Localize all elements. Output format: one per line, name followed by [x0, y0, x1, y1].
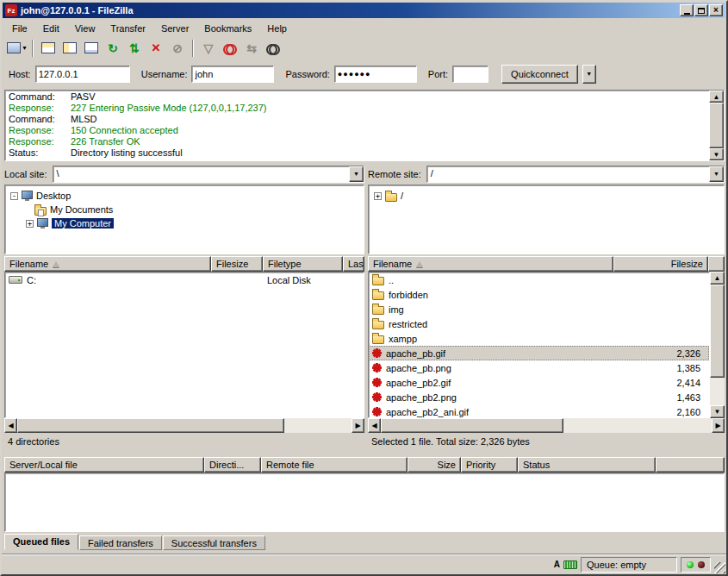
remote-file-row[interactable]: restricted: [369, 316, 709, 331]
remote-status-text: Selected 1 file. Total size: 2,326 bytes: [371, 436, 530, 447]
scroll-down-icon[interactable]: ▼: [710, 405, 725, 418]
column-header-direction[interactable]: Directi...: [204, 457, 261, 473]
password-label: Password:: [285, 69, 329, 79]
scrollbar-thumb[interactable]: [709, 103, 724, 148]
my-documents-folder-icon: [34, 207, 47, 216]
menu-item-help[interactable]: Help: [259, 21, 295, 36]
scroll-left-icon[interactable]: ◀: [368, 418, 381, 433]
combo-dropdown-icon[interactable]: ▼: [349, 166, 364, 182]
local-site-combo[interactable]: \ ▼: [53, 166, 364, 183]
filter-button[interactable]: ▽: [198, 39, 219, 58]
menu-item-edit[interactable]: Edit: [35, 21, 67, 36]
remote-file-row[interactable]: ..: [369, 272, 709, 287]
column-header-status[interactable]: Status: [518, 457, 656, 473]
tree-item-root[interactable]: + /: [369, 189, 724, 203]
remote-list-scrollbar[interactable]: ▲ ▼: [710, 272, 725, 418]
tree-item-desktop[interactable]: - Desktop: [5, 189, 364, 203]
remote-file-row[interactable]: apache_pb2.png 1,463: [369, 390, 709, 404]
username-label: Username:: [141, 69, 188, 79]
remote-site-combo[interactable]: / ▼: [426, 166, 725, 183]
tab-failed-transfers[interactable]: Failed transfers: [79, 535, 162, 550]
queue-status-text: Queue: empty: [587, 560, 646, 570]
menu-item-transfer[interactable]: Transfer: [103, 21, 153, 36]
remote-file-row[interactable]: img: [369, 302, 709, 316]
remote-file-row-selected[interactable]: apache_pb.gif 2,326: [369, 346, 709, 360]
minimize-icon: [684, 13, 690, 15]
port-input[interactable]: [452, 66, 488, 83]
maximize-button[interactable]: [694, 4, 708, 16]
remote-list-hscrollbar[interactable]: ◀ ▶: [368, 418, 725, 433]
disconnect-button[interactable]: ⊘: [167, 39, 188, 58]
local-file-row[interactable]: C: Local Disk: [5, 272, 364, 287]
menu-item-server[interactable]: Server: [153, 21, 196, 36]
column-header-size[interactable]: Size: [408, 457, 461, 473]
resize-grip[interactable]: [714, 562, 725, 573]
scroll-up-icon[interactable]: ▲: [710, 272, 725, 285]
directory-comparison-button[interactable]: [220, 39, 240, 58]
column-header-last-modified[interactable]: Last modified: [343, 256, 364, 272]
expand-icon[interactable]: +: [26, 220, 34, 228]
column-header-remote-file[interactable]: Remote file: [261, 457, 408, 473]
file-size: 1,463: [614, 392, 706, 403]
local-list-hscrollbar[interactable]: ◀ ▶: [4, 418, 364, 433]
remote-file-row[interactable]: apache_pb2_ani.gif 2,160: [369, 404, 709, 418]
refresh-button[interactable]: ↻: [103, 39, 123, 58]
tree-item-my-computer[interactable]: + My Computer: [5, 216, 364, 230]
cancel-button[interactable]: ✕: [146, 39, 166, 58]
scrollbar-thumb[interactable]: [381, 418, 563, 433]
close-button[interactable]: ×: [709, 4, 723, 16]
toggle-log-button[interactable]: [38, 39, 59, 58]
column-header-filename[interactable]: Filename: [4, 256, 211, 272]
quickconnect-button[interactable]: Quickconnect: [501, 65, 578, 84]
queue-list[interactable]: [4, 473, 725, 532]
scroll-right-icon[interactable]: ▶: [712, 418, 725, 433]
scroll-left-icon[interactable]: ◀: [4, 418, 17, 433]
column-header-filesize[interactable]: Filesize: [613, 256, 708, 272]
remote-file-row[interactable]: xampp: [369, 331, 709, 346]
filezilla-window: Fz john@127.0.0.1 - FileZilla × File Edi…: [0, 0, 728, 576]
minimize-button[interactable]: [680, 4, 694, 16]
tree-item-my-documents[interactable]: My Documents: [5, 203, 364, 216]
menu-item-view[interactable]: View: [67, 21, 103, 36]
scrollbar-thumb[interactable]: [710, 285, 725, 378]
file-name: apache_pb2_ani.gif: [386, 407, 469, 417]
maximize-icon: [698, 8, 705, 14]
username-input[interactable]: [191, 66, 274, 83]
menu-item-bookmarks[interactable]: Bookmarks: [196, 21, 259, 36]
password-input[interactable]: [334, 66, 417, 83]
remote-file-row[interactable]: apache_pb2.gif 2,414: [369, 375, 709, 390]
scroll-down-icon[interactable]: ▼: [709, 148, 724, 160]
file-size: 2,414: [614, 378, 706, 388]
remote-file-row[interactable]: apache_pb.png 1,385: [369, 360, 709, 375]
quickconnect-dropdown-button[interactable]: ▼: [582, 65, 596, 84]
scroll-right-icon[interactable]: ▶: [352, 418, 364, 433]
toggle-local-tree-button[interactable]: [59, 39, 80, 58]
column-header-filename[interactable]: Filename: [368, 256, 613, 272]
combo-dropdown-icon[interactable]: ▼: [709, 166, 724, 182]
column-header-filetype[interactable]: Filetype: [263, 256, 343, 272]
tab-successful-transfers[interactable]: Successful transfers: [163, 535, 265, 550]
process-queue-button[interactable]: ⇅: [124, 39, 145, 58]
site-manager-button[interactable]: ▼: [7, 39, 28, 58]
column-header-priority[interactable]: Priority: [461, 457, 518, 473]
scroll-up-icon[interactable]: ▲: [709, 91, 724, 103]
scrollbar-thumb[interactable]: [17, 418, 284, 433]
menu-item-file[interactable]: File: [4, 21, 35, 36]
toggle-queue-button[interactable]: [81, 39, 102, 58]
expand-icon[interactable]: +: [374, 192, 382, 200]
titlebar[interactable]: Fz john@127.0.0.1 - FileZilla ×: [3, 3, 725, 18]
message-log: Command:PASV Response:227 Entering Passi…: [4, 90, 725, 161]
column-header-filesize[interactable]: Filesize: [211, 256, 263, 272]
file-name: apache_pb2.gif: [386, 378, 451, 388]
host-input[interactable]: [35, 66, 130, 83]
synchronized-browsing-button[interactable]: ⇆: [241, 39, 262, 58]
collapse-icon[interactable]: -: [10, 192, 18, 200]
column-header-server-local-file[interactable]: Server/Local file: [4, 457, 204, 473]
queue-view-icon: [84, 42, 98, 53]
remote-file-row[interactable]: forbidden: [369, 287, 709, 302]
log-scrollbar[interactable]: ▲ ▼: [709, 91, 724, 160]
send-led-icon: [698, 561, 705, 568]
remote-tree: + /: [368, 185, 725, 254]
tab-queued-files[interactable]: Queued files: [4, 534, 78, 550]
find-button[interactable]: [263, 39, 283, 58]
